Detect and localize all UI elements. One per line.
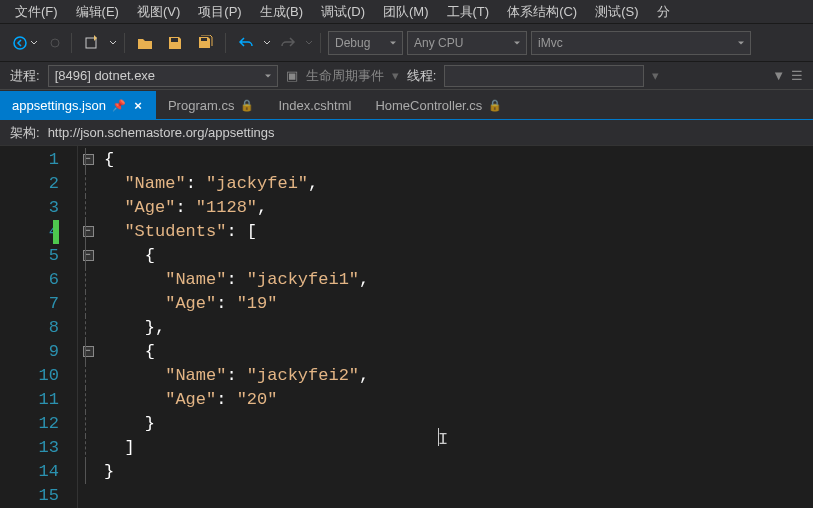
tab-appsettings[interactable]: appsettings.json 📌 × [0,91,156,119]
tab-label: appsettings.json [12,98,106,113]
menu-build[interactable]: 生成(B) [251,3,312,21]
dropdown-arrow-icon[interactable] [109,39,117,47]
redo-icon[interactable] [275,31,301,55]
schema-url[interactable]: http://json.schemastore.org/appsettings [48,125,275,140]
menu-view[interactable]: 视图(V) [128,3,189,21]
undo-icon[interactable] [233,31,259,55]
fold-toggle[interactable]: − [83,154,94,165]
thread-input[interactable] [444,65,644,87]
open-folder-icon[interactable] [132,31,158,55]
process-label: 进程: [10,67,40,85]
fold-toggle[interactable]: − [83,250,94,261]
lifecycle-label: 生命周期事件 [306,67,384,85]
tab-label: Index.cshtml [278,98,351,113]
platform-dropdown[interactable]: Any CPU [407,31,527,55]
schema-bar: 架构: http://json.schemastore.org/appsetti… [0,120,813,146]
change-marker [53,220,59,244]
save-all-icon[interactable] [192,31,218,55]
save-icon[interactable] [162,31,188,55]
menu-project[interactable]: 项目(P) [189,3,250,21]
code-editor[interactable]: 1 2 3 4 5 6 7 8 9 10 11 12 13 14 15 − − … [0,146,813,508]
svg-rect-4 [201,38,207,41]
menu-file[interactable]: 文件(F) [6,3,67,21]
debug-process-bar: 进程: [8496] dotnet.exe ▣ 生命周期事件 ▾ 线程: ▾ ▼… [0,62,813,90]
fold-column: − − − − [78,146,98,508]
toolbar: Debug Any CPU iMvc [0,24,813,62]
svg-point-1 [51,39,59,47]
thread-label: 线程: [407,67,437,85]
dropdown-arrow-icon[interactable] [263,39,271,47]
tab-index[interactable]: Index.cshtml [266,91,363,119]
tab-label: HomeController.cs [375,98,482,113]
close-icon[interactable]: × [132,99,144,111]
process-select[interactable]: [8496] dotnet.exe [48,65,278,87]
lock-icon: 🔒 [488,99,502,112]
lock-icon: 🔒 [240,99,254,112]
config-dropdown[interactable]: Debug [328,31,403,55]
text-cursor: I [438,428,439,446]
nav-back-button[interactable] [8,35,42,51]
menu-test[interactable]: 测试(S) [586,3,647,21]
tab-label: Program.cs [168,98,234,113]
fold-toggle[interactable]: − [83,346,94,357]
stack-icon[interactable]: ☰ [791,68,803,83]
tab-homecontroller[interactable]: HomeController.cs 🔒 [363,91,514,119]
menu-tools[interactable]: 工具(T) [438,3,499,21]
fold-toggle[interactable]: − [83,226,94,237]
menu-bar: 文件(F) 编辑(E) 视图(V) 项目(P) 生成(B) 调试(D) 团队(M… [0,0,813,24]
menu-architecture[interactable]: 体系结构(C) [498,3,586,21]
menu-edit[interactable]: 编辑(E) [67,3,128,21]
filter-icon[interactable]: ▼ [772,68,785,83]
nav-forward-button[interactable] [46,38,64,48]
project-dropdown[interactable]: iMvc [531,31,751,55]
dropdown-arrow-icon[interactable] [305,39,313,47]
menu-team[interactable]: 团队(M) [374,3,438,21]
menu-more[interactable]: 分 [648,3,679,21]
code-content[interactable]: { "Name": "jackyfei", "Age": "1128", "St… [98,146,813,508]
svg-point-0 [14,37,26,49]
lifecycle-icon[interactable]: ▣ [286,68,298,83]
line-gutter: 1 2 3 4 5 6 7 8 9 10 11 12 13 14 15 [0,146,78,508]
tab-program[interactable]: Program.cs 🔒 [156,91,266,119]
new-item-icon[interactable] [79,31,105,55]
pin-icon[interactable]: 📌 [112,99,126,112]
svg-rect-3 [171,38,178,42]
editor-tabs: appsettings.json 📌 × Program.cs 🔒 Index.… [0,90,813,120]
schema-label: 架构: [10,124,40,142]
menu-debug[interactable]: 调试(D) [312,3,374,21]
